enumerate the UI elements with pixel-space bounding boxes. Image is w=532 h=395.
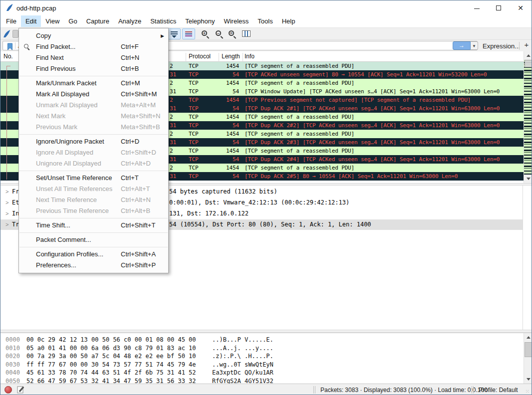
menubar-item-wireless[interactable]: Wireless	[219, 15, 253, 27]
menu-item-label: Configuration Profiles...	[36, 250, 103, 258]
column-protocol[interactable]: Protocol	[189, 53, 211, 60]
menubar-item-go[interactable]: Go	[64, 15, 81, 27]
menu-item-find-previous[interactable]: Find PreviousCtrl+B	[19, 63, 168, 74]
hex-line[interactable]: 001005 a0 01 41 00 00 6a 06 d3 90 c8 79 …	[0, 344, 520, 352]
menu-item-previous-time-reference[interactable]: Previous Time ReferenceCtrl+Alt+B	[19, 205, 168, 216]
column-no[interactable]: No.	[3, 53, 13, 60]
menu-shortcut: Ctrl+Alt+N	[121, 195, 151, 205]
auto-scroll-button[interactable]	[168, 28, 181, 39]
cell-info: [TCP ACKed unseen segment] 80 → 10554 [A…	[245, 70, 487, 79]
cell-protocol: TCP	[189, 79, 198, 87]
menu-item-find-packet[interactable]: Find Packet...Ctrl+F	[19, 41, 168, 52]
menu-item-unignore-all-displayed[interactable]: Unignore All DisplayedCtrl+Alt+D	[19, 158, 168, 169]
hex-bytes: 00 0c 29 42 12 13 00 50 56 c0 00 01 08 0…	[26, 336, 196, 344]
menu-shortcut: Ctrl+Shift+A	[121, 249, 156, 260]
colorize-button[interactable]	[182, 28, 195, 39]
expand-chevron-icon[interactable]: >	[5, 219, 8, 230]
auto-scroll-icon	[171, 31, 178, 38]
close-button[interactable]: ✕	[510, 0, 532, 15]
bookmark-icon[interactable]	[4, 42, 15, 49]
expand-chevron-icon[interactable]: >	[5, 198, 8, 208]
menu-item-label: Next Time Reference	[36, 196, 97, 203]
menu-item-packet-comment[interactable]: Packet Comment...	[19, 234, 168, 245]
zoom-out-button[interactable]: −	[213, 28, 226, 39]
menu-item-ignore-unignore-packet[interactable]: Ignore/Unignore PacketCtrl+D	[19, 136, 168, 147]
menu-shortcut: Meta+Alt+M	[121, 100, 156, 111]
expand-chevron-icon[interactable]: >	[5, 187, 8, 197]
menu-item-time-shift[interactable]: Time Shift...Ctrl+Shift+T	[19, 220, 168, 231]
menu-item-label: Time Shift...	[36, 221, 70, 229]
menu-item-configuration-profiles[interactable]: Configuration Profiles...Ctrl+Shift+A	[19, 249, 168, 260]
menubar-item-telephony[interactable]: Telephony	[181, 15, 219, 27]
bytes-scroll-up-icon[interactable]	[524, 333, 532, 342]
hex-bytes: ff ff 77 67 00 00 30 54 73 57 77 51 74 4…	[26, 361, 196, 369]
expression-button[interactable]: Expression...	[483, 42, 520, 50]
menubar-item-tools[interactable]: Tools	[253, 15, 277, 27]
menubar-item-edit[interactable]: Edit	[21, 15, 41, 27]
menu-item-next-time-reference[interactable]: Next Time ReferenceCtrl+Alt+N	[19, 195, 168, 205]
cell-protocol: TCP	[189, 104, 198, 113]
menu-item-set-unset-time-reference[interactable]: Set/Unset Time ReferenceCtrl+T	[19, 173, 168, 184]
zoom-100-button[interactable]: =	[226, 28, 239, 39]
menubar-item-statistics[interactable]: Statistics	[146, 15, 181, 27]
menubar-item-analyze[interactable]: Analyze	[114, 15, 146, 27]
menubar-item-help[interactable]: Help	[277, 15, 300, 27]
start-capture-icon[interactable]	[2, 29, 11, 40]
profile-label[interactable]: Profile: Default	[479, 387, 518, 394]
filter-dropdown-caret[interactable]: ▼	[471, 41, 478, 50]
cell-protocol: TCP	[189, 138, 198, 147]
menu-item-find-next[interactable]: Find NextCtrl+N	[19, 52, 168, 63]
hex-line[interactable]: 002000 7a 29 3a 00 50 a7 5c 04 48 e2 e2 …	[0, 352, 520, 360]
maximize-button[interactable]	[488, 0, 510, 15]
filter-separator	[519, 42, 520, 50]
expert-info-icon[interactable]	[4, 386, 12, 394]
menu-item-ignore-all-displayed[interactable]: Ignore All DisplayedCtrl+Shift+D	[19, 147, 168, 158]
menu-item-copy[interactable]: Copy▶	[19, 30, 168, 41]
resize-grip[interactable]: ⁙	[526, 389, 530, 394]
menubar-item-view[interactable]: View	[41, 15, 64, 27]
menu-item-preferences[interactable]: Preferences...Ctrl+Shift+P	[19, 260, 168, 271]
menubar-item-capture[interactable]: Capture	[82, 15, 114, 27]
menu-item-label: Next Mark	[36, 112, 65, 120]
cell-destination-fragment: 2	[170, 113, 173, 121]
scrollbar-slider[interactable]	[525, 60, 532, 67]
apply-filter-button[interactable]: →	[453, 41, 471, 50]
menu-item-unset-all-time-references[interactable]: Unset All Time ReferencesCtrl+Alt+T	[19, 184, 168, 195]
menubar-item-file[interactable]: File	[1, 15, 21, 27]
zoom-in-button[interactable]: +	[199, 28, 212, 39]
menu-item-mark-unmark-packet[interactable]: Mark/Unmark PacketCtrl+M	[19, 78, 168, 89]
hex-line[interactable]: 000000 0c 29 42 12 13 00 50 56 c0 00 01 …	[0, 336, 520, 344]
scroll-down-icon[interactable]	[524, 175, 532, 183]
bytes-scrollbar[interactable]	[524, 333, 532, 384]
bytes-scroll-down-icon[interactable]	[524, 375, 532, 384]
detail-text: 0:00:01), Dst: Vmware_42:12:13 (00:0c:29…	[169, 198, 349, 208]
bytes-scrollbar-thumb[interactable]	[525, 342, 532, 357]
menu-item-previous-mark[interactable]: Previous MarkMeta+Shift+B	[19, 122, 168, 133]
menu-shortcut: Ctrl+M	[121, 78, 140, 89]
resize-columns-button[interactable]	[240, 28, 253, 39]
toolbar-partial-icon[interactable]	[12, 30, 18, 38]
add-filter-button[interactable]: +	[522, 40, 531, 50]
zoom-out-icon: −	[216, 30, 221, 36]
column-info[interactable]: Info	[245, 53, 255, 60]
hex-line[interactable]: 004045 61 33 78 70 74 44 63 51 4f 2f 6b …	[0, 369, 520, 377]
packet-list-scrollbar[interactable]	[524, 51, 532, 183]
scroll-up-icon[interactable]	[524, 51, 532, 60]
packet-stats: Packets: 3083 · Displayed: 3083 (100.0%)…	[320, 387, 488, 394]
cell-destination-fragment: 2	[170, 96, 173, 104]
hex-offset: 0030	[5, 361, 20, 369]
cell-info: [TCP segment of a reassembled PDU]	[245, 164, 354, 172]
column-length[interactable]: Length	[222, 53, 240, 60]
cell-destination-fragment: 2	[170, 62, 173, 70]
menu-item-next-mark[interactable]: Next MarkMeta+Shift+N	[19, 111, 168, 122]
cell-destination-fragment: 31	[170, 121, 176, 130]
intelligent-scrollbar-minimap[interactable]	[524, 60, 532, 175]
hex-line[interactable]: 0030ff ff 77 67 00 00 30 54 73 57 77 51 …	[0, 361, 520, 369]
minimize-button[interactable]	[466, 0, 488, 15]
capture-comment-icon[interactable]	[17, 386, 24, 395]
expand-chevron-icon[interactable]: >	[5, 208, 8, 219]
menu-item-unmark-all-displayed[interactable]: Unmark All DisplayedMeta+Alt+M	[19, 100, 168, 111]
menu-item-mark-all-displayed[interactable]: Mark All DisplayedCtrl+Shift+M	[19, 89, 168, 100]
menu-separator	[19, 171, 168, 171]
menu-shortcut: Ctrl+T	[121, 173, 139, 184]
